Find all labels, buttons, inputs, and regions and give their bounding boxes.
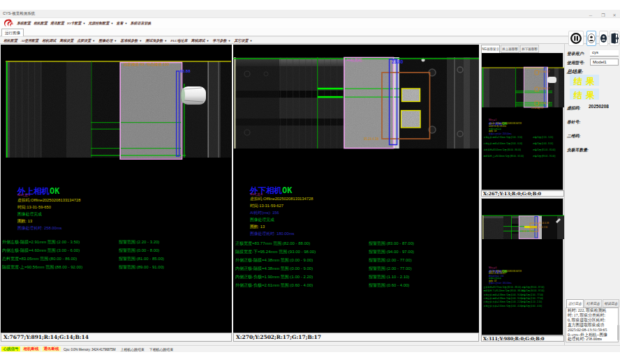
- lower-alarm-row: 报警范围:(83.00 - 87.00): [369, 241, 414, 247]
- toolbar-item-camera-config[interactable]: 相机配置: [3, 38, 17, 43]
- tab-run-log[interactable]: 运行日志: [566, 299, 584, 308]
- tab-upper-image[interactable]: 外上画面图: [501, 45, 519, 53]
- tab-ng-display[interactable]: NG画面显示: [481, 45, 500, 53]
- upper-done: 图像处理完成: [17, 213, 42, 217]
- lower-measure-row: 外侧正极-隔膜=4.38mm 范围:(0.00 - 9.00): [235, 257, 313, 264]
- lower-measure-row: 内侧正极-负极=1.90mm 范围:(1.00 - 2.20): [235, 274, 313, 280]
- lower-ai-time: AI耗时(ms): 156: [250, 211, 279, 215]
- dropdown-arrow-icon: ▼: [250, 39, 253, 43]
- toolbar-item-offline-debug[interactable]: 离线调试: [191, 38, 205, 43]
- upper-ng-note: NG汇总:1: [17, 194, 30, 197]
- upper-blue-value: 63.88: [180, 69, 191, 73]
- lower-alarm-row: 报警范围:(94.00 - 97.00): [369, 249, 414, 255]
- menu-item-camera-config[interactable]: 相机配置: [34, 21, 47, 25]
- upper-measure-row: 外侧左极-隔膜=2.91mm 范围:(2.00 - 3.50): [2, 239, 80, 245]
- minimize-button[interactable]: ─: [586, 13, 595, 18]
- lower-code: 虚拟码:Offline20250208133134728: [250, 197, 313, 202]
- ng-thumb-lower[interactable]: 95.24 4.38 1.90 2.61 23.8 外下相机OK NG汇总:0 …: [481, 198, 563, 335]
- thumb-row: 内侧正极-负极=1.90mm 范围:(1.00 - 2.20): [484, 301, 523, 303]
- tab-error-log[interactable]: 错误日志: [603, 299, 619, 308]
- camera-upper-view[interactable]: 固定阈值:93, 动态阈值:100 63.88 外上相机OK NG汇总:1 虚拟…: [1, 45, 232, 333]
- model-field[interactable]: Model1: [590, 59, 619, 66]
- upper-heartbeat-note: 上相机心跳结束: [120, 347, 144, 351]
- log-line: 2025:02:08-13:31:59:65: [566, 328, 618, 333]
- thumb-row: 报警范围:(89.00 - 91.00): [533, 156, 556, 158]
- upper-code: 虚拟码:Offline20250208133134728: [17, 199, 80, 203]
- login-user-field[interactable]: cys: [590, 50, 619, 56]
- menu-item-system-config[interactable]: 系统配置: [17, 21, 31, 25]
- title-bar: [0, 10, 620, 18]
- lower-count: 圈数: 13: [250, 225, 265, 229]
- thumb-annotation: 23.4 Ag:1.7: [539, 103, 549, 105]
- view-tab-strip: [0, 28, 620, 36]
- log-line: 耗时: 222, 瑕疵检测耗: [566, 308, 618, 313]
- logout-door-icon: [610, 31, 619, 45]
- app-logo-icon: [2, 19, 15, 28]
- menu-item-light-control-config[interactable]: 光源控制配置: [89, 21, 110, 25]
- lower-bottom-note: 95.24 4.38: [364, 138, 378, 142]
- thumb-row: 报警范围:(83.00 - 87.00): [522, 287, 545, 289]
- thumb-row: 报警范围:(0.00 - 8.00): [533, 143, 553, 145]
- upper-measure-row: 隔膜宽度-上=90.56mm 范围:(88.00 - 92.00): [2, 264, 82, 271]
- thumb-annotation: 1.90 2.61: [539, 227, 548, 229]
- camera-offline-badge: 相机断线: [22, 347, 40, 351]
- toolbar-item-baseline-params[interactable]: 基准线参数: [120, 38, 138, 43]
- user-manage-button[interactable]: [599, 31, 608, 46]
- toolbar-item-glue-setting[interactable]: 点胶设置: [77, 38, 91, 43]
- main-menu: 系统配置 相机配置 通讯配置 IO卡配置 ▼ 光源控制配置 ▼ 查看 ▼ 系统语…: [17, 20, 151, 26]
- menu-item-io-card-config[interactable]: IO卡配置: [67, 21, 82, 25]
- pause-button[interactable]: [568, 31, 584, 46]
- menu-item-language-switch[interactable]: 系统语言切换: [130, 21, 151, 25]
- thumb-upper-elapsed: 图像处理耗时: 258.00ms: [489, 133, 512, 135]
- log-line: 0, 瑕疵提取分区耗时:: [566, 318, 618, 323]
- menu-item-view[interactable]: 查看: [117, 21, 124, 25]
- dropdown-arrow-icon: ▼: [164, 39, 167, 43]
- upper-alarm-row: 报警范围:(81.00 - 85.00): [119, 256, 164, 262]
- maximize-button[interactable]: ❐: [599, 13, 607, 18]
- lower-measure-row: 外侧正极-负极=2.61mm 范围:(0.60 - 4.00): [235, 282, 313, 289]
- lower-time: 时间:13-31-59-627: [250, 204, 283, 208]
- toolbar-item-test-params[interactable]: 测试项参数: [145, 38, 163, 43]
- thumb-row: 报警范围:(1.10 - 2.10): [522, 301, 542, 303]
- upper-measure-row: 内侧左极-隔膜=4.60mm 范围:(3.00 - 6.00): [2, 248, 80, 254]
- thumb-row: 外侧正极-负极=2.61mm 范围:(0.60 - 4.00): [484, 305, 523, 308]
- thumb-row: 总料宽度=83.05mm 范围:(80.00 - 86.00): [484, 149, 522, 151]
- menu-item-comm-config[interactable]: 通讯配置: [50, 21, 64, 25]
- toolbar-item-image-processing[interactable]: 图像处理: [98, 38, 112, 43]
- lower-ai-frame-label: AI检测框: [346, 59, 362, 63]
- thumb-lower-status: X:311;Y:980;R:0;G:0;B:0: [481, 335, 564, 342]
- toolbar-item-other-settings[interactable]: 其它设置: [235, 38, 249, 43]
- exit-button[interactable]: [610, 31, 619, 46]
- thumb-annotation: 95.24 4.38: [539, 222, 549, 225]
- login-user-label: 登录用户:: [567, 51, 584, 57]
- toolbar-item-offline-setting[interactable]: 离线设置: [59, 38, 73, 43]
- toolbar-item-ai-config[interactable]: AI使用配置: [21, 38, 38, 43]
- log-panel[interactable]: 耗时: 222, 瑕疵检测耗 时: 17, 瑕疵分类耗时: 0, 瑕疵提取分区耗…: [566, 308, 619, 342]
- lower-elapsed: 图像处理耗时: 180.00ms: [250, 232, 294, 236]
- upper-result: OK: [50, 186, 59, 196]
- log-scrollbar[interactable]: [617, 325, 619, 340]
- user-badge-icon: [600, 31, 607, 45]
- vcode-value: 20250208: [589, 105, 609, 109]
- thumb-lower-elapsed: 图像处理耗时: 180.00ms: [489, 282, 512, 285]
- close-button[interactable]: ✕: [610, 13, 619, 18]
- thumb-annotation: 23.4 Ag:1.7: [539, 88, 549, 90]
- tab-lower-image[interactable]: 外下画面图: [520, 45, 539, 53]
- upper-alarm-row: 报警范围:(89.00 - 91.00): [119, 264, 164, 271]
- tab-result-log[interactable]: 结果日志: [584, 299, 602, 308]
- tab-run-image[interactable]: 运行图像: [1, 29, 24, 36]
- toolbar-item-learning-params[interactable]: 学习参数: [213, 38, 227, 43]
- camera-lower-view[interactable]: AI检测框 23.80 95.24 4.38 外下相机OK NG汇总:0 虚拟码…: [233, 45, 479, 333]
- toolbar-item-camera-debug[interactable]: 相机调试: [42, 38, 56, 43]
- thumb-annotation: 23.8: [522, 231, 526, 233]
- upper-alarm-row: 报警范围:(2.20 - 3.20): [119, 239, 159, 245]
- login-user-button[interactable]: [586, 31, 596, 46]
- dropdown-arrow-icon: ▼: [111, 22, 114, 25]
- lower-measure-row: 内侧正极-隔膜=4.38mm 范围:(0.00 - 9.00): [235, 266, 313, 272]
- toolbar-item-plc-address[interactable]: PLC地址库: [170, 38, 187, 43]
- thumb-row: 报警范围:(2.00 - 77.00): [522, 294, 543, 296]
- ng-thumb-upper[interactable]: 23.4 Ag:1.7 23.4 Ag:1.7 23.4 Ag:1.7 23.4…: [481, 53, 563, 190]
- toolbar-menu: 相机配置 AI使用配置 相机调试 离线设置 点胶设置 ▼ 图像处理 ▼ 基准线参…: [3, 38, 253, 43]
- thumb-row: 报警范围:(0.60 - 4.00): [522, 305, 542, 308]
- dropdown-arrow-icon: ▼: [125, 22, 128, 25]
